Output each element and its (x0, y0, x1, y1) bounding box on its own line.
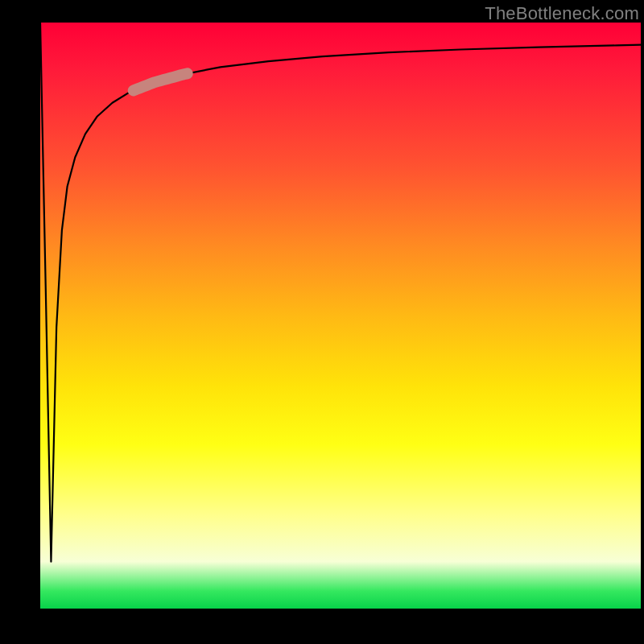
chart-frame: TheBottleneck.com (0, 0, 644, 644)
bottleneck-curve (40, 23, 641, 562)
highlight-segment (134, 73, 188, 90)
curve-layer (40, 23, 641, 609)
watermark-text: TheBottleneck.com (485, 3, 639, 24)
plot-area (40, 23, 641, 609)
